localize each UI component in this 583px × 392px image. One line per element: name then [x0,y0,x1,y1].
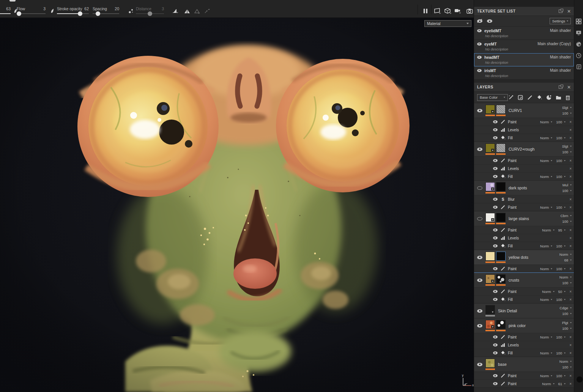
effect-visibility-icon[interactable] [493,198,498,201]
effect-visibility-icon[interactable] [493,236,498,239]
symmetry-disabled-icon[interactable] [193,7,201,15]
material-mode-dropdown[interactable]: Material [424,20,471,27]
layer-effect-row[interactable]: S Fill Norm 100 × [474,349,574,357]
pause-icon[interactable] [421,7,430,15]
layer-thumbnail[interactable] [485,305,495,316]
effect-blend-mode-dropdown[interactable]: Norm [540,267,552,271]
effect-opacity-dropdown[interactable]: 100 [556,298,566,302]
delete-icon[interactable] [565,94,571,101]
layer-opacity-dropdown[interactable]: 100 [559,280,572,286]
effect-opacity-dropdown[interactable]: 100 [556,136,566,140]
layer-effect-row[interactable]: S Fill Norm 100 × [474,295,574,303]
brush-falloff-icon[interactable] [48,7,57,15]
effect-visibility-icon[interactable] [493,244,498,247]
remove-effect-icon[interactable]: × [569,136,572,140]
layer-visibility-icon[interactable] [477,309,482,313]
layer-opacity-dropdown[interactable]: 100 [560,219,572,224]
add-smart-material-icon[interactable] [517,94,523,101]
add-smart-mask-icon[interactable] [546,94,552,101]
texture-set-shader[interactable]: Main shader [550,68,571,72]
effect-blend-mode-dropdown[interactable]: Norm [540,298,552,302]
layer-thumbnail[interactable] [496,252,506,263]
layer-opacity-dropdown[interactable]: 100 [562,326,572,331]
layer-visibility-icon[interactable] [477,363,482,366]
channel-selector-dropdown[interactable]: Base Color [477,94,508,101]
layer-effect-row[interactable]: S Levels × [474,234,574,242]
history-icon[interactable] [576,52,582,58]
effect-opacity-dropdown[interactable]: 95 [558,228,566,232]
layer-effect-row[interactable]: S Paint Norm 100 × [474,333,574,341]
popout-panel-icon[interactable] [559,9,563,13]
remove-effect-icon[interactable]: × [569,128,572,132]
layer-thumbnail[interactable] [485,320,495,331]
layer-opacity-dropdown[interactable]: 100 [559,311,572,316]
layer-effect-row[interactable]: S Fill Norm 100 × [474,172,574,180]
texture-set-item[interactable]: irisMT Main shader No description [474,66,574,80]
layer-row[interactable]: base Norm 100 [474,357,574,372]
effect-visibility-icon[interactable] [493,159,498,162]
add-fill-layer-icon[interactable] [536,94,542,101]
viewport-3d[interactable]: Material y z x [0,18,474,392]
close-panel-icon[interactable]: ✕ [567,85,571,90]
effect-blend-mode-dropdown[interactable]: Norm [540,159,552,163]
effect-opacity-dropdown[interactable]: 100 [556,267,566,271]
stroke-opacity-slider[interactable] [78,11,82,16]
texture-set-visibility-icon[interactable] [477,29,482,32]
layer-row[interactable]: yellow dots Norm 68 [474,250,574,264]
remove-effect-icon[interactable]: × [569,228,572,232]
layer-opacity-dropdown[interactable]: 100 [562,188,572,194]
layer-thumbnail[interactable] [485,182,495,194]
remove-effect-icon[interactable]: × [569,343,572,347]
layer-thumbnail[interactable] [485,143,495,155]
layer-effect-row[interactable]: S Paint Norm 95 × [474,226,574,234]
remove-effect-icon[interactable]: × [569,351,572,355]
effect-visibility-icon[interactable] [493,167,498,170]
layer-opacity-dropdown[interactable]: 100 [559,364,572,370]
effect-visibility-icon[interactable] [493,267,498,270]
layer-effect-row[interactable]: S Paint Norm 100 × [474,203,574,211]
effect-blend-mode-dropdown[interactable]: Norm [540,351,552,355]
effect-visibility-icon[interactable] [493,382,498,385]
size-field[interactable]: 63 [0,5,11,17]
shader-settings-icon[interactable] [576,41,582,47]
effect-visibility-icon[interactable] [493,120,498,123]
effect-visibility-icon[interactable] [493,128,498,131]
remove-effect-icon[interactable]: × [569,175,572,179]
texture-set-visibility-icon[interactable] [477,43,482,46]
effect-visibility-icon[interactable] [493,136,498,139]
spacing-slider[interactable] [96,11,100,16]
effect-visibility-icon[interactable] [493,343,498,346]
display-settings-icon[interactable] [576,30,582,36]
remove-effect-icon[interactable]: × [569,167,572,171]
display-mode-icon[interactable] [433,7,442,15]
layer-thumbnail[interactable] [496,105,506,116]
remove-effect-icon[interactable]: × [569,374,572,378]
add-effect-icon[interactable] [508,94,514,101]
layer-blend-mode-dropdown[interactable]: Plgt [562,320,572,326]
layer-row[interactable]: crusts Norm 100 [474,273,574,287]
layer-effect-row[interactable]: S Paint Norm 100 × [474,264,574,272]
symmetry-icon[interactable] [183,7,191,15]
remove-effect-icon[interactable]: × [569,382,572,386]
layer-thumbnail[interactable] [485,213,495,224]
layer-visibility-icon[interactable] [477,217,482,220]
effect-opacity-dropdown[interactable]: 100 [556,374,566,378]
layer-opacity-dropdown[interactable]: 68 [559,257,572,263]
log-icon[interactable] [576,64,582,70]
close-panel-icon[interactable]: ✕ [567,9,571,14]
effect-blend-mode-dropdown[interactable]: Norm [542,382,554,386]
effect-blend-mode-dropdown[interactable]: Norm [542,290,554,294]
layer-effect-row[interactable]: S Paint Norm 61 × [474,379,574,387]
layer-effect-row[interactable]: S Paint Norm 50 × [474,287,574,295]
effect-blend-mode-dropdown[interactable]: Norm [540,335,552,339]
layer-visibility-icon[interactable] [477,109,482,112]
effect-visibility-icon[interactable] [493,290,498,293]
spacing-field[interactable]: Spacing 20 [93,5,119,17]
texture-set-shader[interactable]: Main shader (Copy) [537,42,571,46]
layer-blend-mode-dropdown[interactable]: Cdge [559,305,572,311]
remove-effect-icon[interactable]: × [569,244,572,248]
layer-row[interactable]: CURV1 Slgt 100 [474,103,574,118]
texture-set-shader[interactable]: Main shader [550,28,571,33]
layer-row[interactable]: Skin Detail Cdge 100 [474,304,574,318]
effect-visibility-icon[interactable] [493,175,498,178]
